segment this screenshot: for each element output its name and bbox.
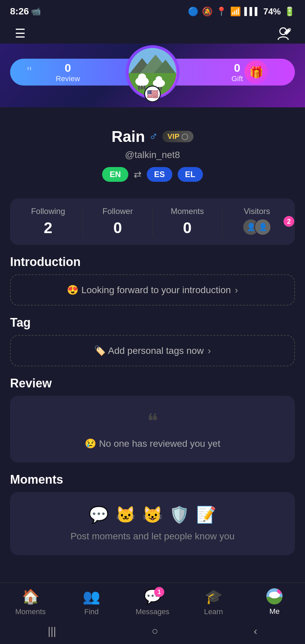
flag-badge: 🇺🇸 bbox=[144, 86, 161, 102]
signal-icon: ▌▌▌ bbox=[244, 7, 260, 16]
status-time: 8:26 📹 bbox=[10, 6, 41, 17]
review-quote-icon: ❝ bbox=[20, 409, 285, 433]
stats-banner: " 0 Review bbox=[10, 50, 295, 94]
me-nav-label: Me bbox=[269, 607, 280, 616]
edit-profile-icon bbox=[276, 25, 293, 42]
moments-empty-text: Post moments and let people know you bbox=[20, 531, 285, 542]
mute-icon: 🔕 bbox=[202, 6, 213, 17]
follower-value: 0 bbox=[83, 219, 152, 237]
learn-nav-icon: 🎓 bbox=[205, 588, 222, 605]
svg-text:": " bbox=[27, 65, 32, 78]
introduction-chevron: › bbox=[235, 285, 238, 296]
tag-chevron: › bbox=[208, 345, 211, 356]
profile-info: Rain ♂ VIP ◯ @talkin_net8 EN ⇄ ES EL bbox=[0, 107, 305, 192]
status-icons: 🔵 🔕 📍 📶 ▌▌▌ 74% 🔋 bbox=[188, 6, 295, 17]
hamburger-icon: ☰ bbox=[15, 26, 26, 41]
moments-emoji-2: 🐱 bbox=[116, 505, 136, 524]
nav-me[interactable]: Me bbox=[244, 588, 305, 616]
moments-emoji-1: 💬 bbox=[89, 505, 109, 524]
vip-badge: VIP ◯ bbox=[162, 131, 193, 142]
visitors-stat[interactable]: Visitors 👤 👤 2 bbox=[222, 207, 292, 237]
vip-label: VIP bbox=[168, 132, 179, 141]
nav-moments[interactable]: 🏠 Moments bbox=[0, 588, 61, 616]
review-box: ❝ 😢 No one has reviewed you yet bbox=[10, 396, 295, 463]
camera-icon: 📹 bbox=[31, 7, 41, 16]
location-icon: 📍 bbox=[216, 6, 227, 17]
lang-en[interactable]: EN bbox=[102, 167, 128, 182]
profile-handle: @talkin_net8 bbox=[10, 150, 295, 160]
nav-items: 🏠 Moments 👥 Find 💬 1 Messages 🎓 Learn bbox=[0, 588, 305, 620]
profile-header: " 0 Review bbox=[0, 44, 305, 107]
visitors-avatars: 👤 👤 2 bbox=[222, 219, 292, 235]
battery-icon: 🔋 bbox=[284, 6, 295, 17]
visitors-label: Visitors bbox=[222, 207, 292, 216]
profile-name: Rain bbox=[112, 127, 145, 146]
find-nav-icon: 👥 bbox=[83, 588, 100, 605]
home-button[interactable]: ○ bbox=[151, 625, 158, 637]
visitors-badge: 2 bbox=[284, 216, 294, 227]
introduction-box[interactable]: 😍 Looking forward to your introduction › bbox=[10, 274, 295, 306]
following-label: Following bbox=[13, 207, 83, 216]
follower-label: Follower bbox=[83, 207, 152, 216]
back-button[interactable]: ‹ bbox=[254, 625, 257, 637]
system-nav: ||| ○ ‹ bbox=[0, 620, 305, 644]
moments-emoji-4: 🛡️ bbox=[169, 505, 189, 524]
moments-nav-label: Moments bbox=[15, 607, 46, 616]
review-count: 0 bbox=[65, 61, 71, 74]
battery-display: 74% bbox=[263, 6, 281, 17]
social-stats-row: Following 2 Follower 0 Moments 0 Visitor… bbox=[10, 199, 295, 245]
nav-messages[interactable]: 💬 1 Messages bbox=[122, 588, 183, 616]
svg-rect-11 bbox=[143, 86, 145, 90]
edit-profile-button[interactable] bbox=[275, 23, 295, 44]
moments-emoji-5: 📝 bbox=[196, 505, 216, 524]
messages-nav-label: Messages bbox=[136, 607, 169, 616]
swap-icon[interactable]: ⇄ bbox=[134, 169, 141, 180]
review-empty-text: 😢 No one has reviewed you yet bbox=[20, 438, 285, 449]
review-stat: 0 Review bbox=[56, 61, 80, 83]
svg-point-13 bbox=[156, 76, 162, 83]
nav-find[interactable]: 👥 Find bbox=[61, 588, 122, 616]
menu-button[interactable]: ☰ bbox=[10, 23, 30, 44]
review-label: Review bbox=[56, 74, 80, 83]
visitor-avatar-2: 👤 bbox=[254, 219, 271, 235]
gift-icon: 🎁 bbox=[245, 60, 268, 84]
svg-point-8 bbox=[138, 73, 146, 82]
avatar-container: 🇺🇸 bbox=[126, 45, 179, 99]
gift-count: 0 bbox=[234, 61, 241, 74]
tag-box[interactable]: 🏷️ Add personal tags now › bbox=[10, 335, 295, 366]
svg-rect-9 bbox=[138, 86, 140, 90]
bottom-nav: 🏠 Moments 👥 Find 💬 1 Messages 🎓 Learn bbox=[0, 583, 305, 644]
follower-stat[interactable]: Follower 0 bbox=[83, 207, 152, 237]
review-quote-icon-banner: " bbox=[27, 65, 44, 78]
vip-toggle-icon: ◯ bbox=[181, 133, 188, 140]
recents-button[interactable]: ||| bbox=[48, 625, 56, 637]
time-display: 8:26 bbox=[10, 6, 29, 17]
moments-emoji-row: 💬 🐱 😺 🛡️ 📝 bbox=[20, 505, 285, 524]
gift-label: Gift bbox=[231, 74, 243, 83]
wifi-icon: 📶 bbox=[230, 6, 241, 17]
main-content: Introduction 😍 Looking forward to your i… bbox=[0, 255, 305, 555]
moments-stat[interactable]: Moments 0 bbox=[153, 207, 222, 237]
nav-learn[interactable]: 🎓 Learn bbox=[183, 588, 244, 616]
messages-badge: 1 bbox=[154, 587, 164, 597]
following-value: 2 bbox=[13, 219, 83, 237]
lang-es[interactable]: ES bbox=[147, 167, 172, 182]
find-nav-label: Find bbox=[84, 607, 99, 616]
following-stat[interactable]: Following 2 bbox=[13, 207, 83, 237]
moments-title: Moments bbox=[10, 473, 295, 487]
review-title: Review bbox=[10, 376, 295, 390]
moments-stat-value: 0 bbox=[153, 219, 222, 237]
gift-stat: 0 Gift bbox=[231, 61, 243, 83]
lang-el[interactable]: EL bbox=[178, 167, 203, 182]
profile-name-row: Rain ♂ VIP ◯ bbox=[10, 127, 295, 146]
bluetooth-icon: 🔵 bbox=[188, 6, 199, 17]
me-nav-avatar bbox=[266, 588, 282, 604]
tag-title: Tag bbox=[10, 316, 295, 330]
country-flag: 🇺🇸 bbox=[147, 89, 159, 100]
moments-stat-label: Moments bbox=[153, 207, 222, 216]
introduction-placeholder: 😍 Looking forward to your introduction bbox=[67, 284, 231, 296]
top-nav: ☰ bbox=[0, 20, 305, 44]
status-bar: 8:26 📹 🔵 🔕 📍 📶 ▌▌▌ 74% 🔋 bbox=[0, 0, 305, 20]
moments-box: 💬 🐱 😺 🛡️ 📝 Post moments and let people k… bbox=[10, 492, 295, 555]
learn-nav-label: Learn bbox=[204, 607, 223, 616]
